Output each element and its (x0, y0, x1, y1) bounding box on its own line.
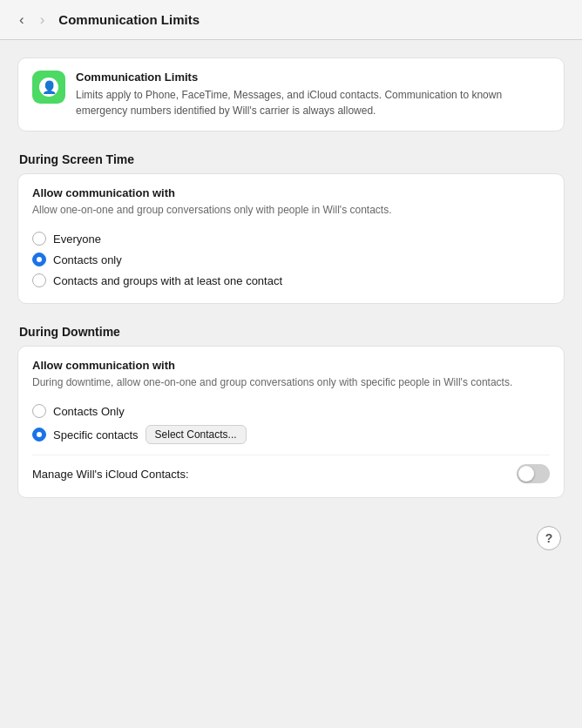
header: ‹ › Communication Limits (0, 0, 582, 40)
icloud-contacts-label: Manage Will's iCloud Contacts: (32, 468, 189, 481)
info-card: 👤 Communication Limits Limits apply to P… (17, 57, 565, 131)
radio-everyone[interactable]: Everyone (32, 228, 550, 249)
screen-time-card-desc: Allow one-on-one and group conversations… (32, 202, 550, 218)
radio-dt-specific-circle[interactable] (32, 428, 46, 442)
radio-dt-contacts-only-circle[interactable] (32, 404, 46, 418)
icloud-contacts-toggle-row: Manage Will's iCloud Contacts: (32, 455, 550, 485)
icloud-contacts-toggle[interactable] (517, 464, 550, 483)
downtime-card: Allow communication with During downtime… (17, 346, 565, 498)
radio-contacts-only-label: Contacts only (53, 253, 122, 266)
back-button[interactable]: ‹ (14, 10, 30, 29)
forward-button[interactable]: › (35, 10, 51, 29)
main-content: 👤 Communication Limits Limits apply to P… (0, 40, 582, 571)
downtime-card-title: Allow communication with (32, 359, 550, 372)
radio-dt-contacts-only-label: Contacts Only (53, 405, 125, 418)
downtime-card-desc: During downtime, allow one-on-one and gr… (32, 374, 550, 390)
page-title: Communication Limits (58, 12, 200, 27)
radio-dt-specific-label: Specific contacts (53, 428, 139, 442)
radio-everyone-label: Everyone (53, 233, 101, 246)
app-icon: 👤 (32, 71, 65, 104)
info-card-desc: Limits apply to Phone, FaceTime, Message… (76, 87, 550, 118)
downtime-section-header: During Downtime (17, 325, 565, 339)
help-btn-container: ? (17, 519, 565, 554)
radio-contacts-only-circle[interactable] (32, 253, 46, 266)
radio-contacts-groups[interactable]: Contacts and groups with at least one co… (32, 270, 550, 291)
radio-dt-contacts-only[interactable]: Contacts Only (32, 401, 550, 421)
screen-time-card-title: Allow communication with (32, 186, 550, 199)
info-card-title: Communication Limits (76, 71, 550, 84)
contact-icon: 👤 (42, 80, 57, 94)
screen-time-card: Allow communication with Allow one-on-on… (17, 173, 565, 304)
toggle-knob (518, 466, 534, 482)
select-contacts-button[interactable]: Select Contacts... (146, 425, 247, 444)
radio-contacts-groups-circle[interactable] (32, 273, 46, 287)
help-button[interactable]: ? (537, 526, 561, 550)
radio-dt-specific-row: Specific contacts Select Contacts... (32, 421, 550, 448)
radio-contacts-groups-label: Contacts and groups with at least one co… (53, 274, 282, 287)
screen-time-section-header: During Screen Time (17, 152, 565, 166)
radio-everyone-circle[interactable] (32, 232, 46, 246)
radio-contacts-only[interactable]: Contacts only (32, 249, 550, 270)
